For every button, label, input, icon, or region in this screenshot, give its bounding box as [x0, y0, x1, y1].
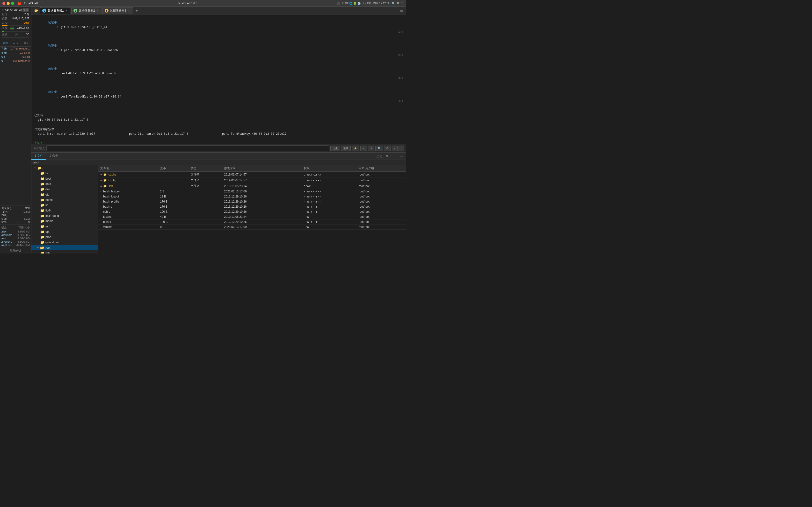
grid-view-button[interactable]: ⊞ — [399, 8, 404, 13]
table-row[interactable]: ■ 📁 .cache 文件夹 2019/03/07 14:57 drwxr-xr… — [98, 172, 406, 177]
menu-icon[interactable]: ☰ — [401, 2, 404, 5]
tree-item-data[interactable]: 📁 data — [32, 181, 98, 187]
col-owner[interactable]: 用户/用户组 — [356, 165, 406, 172]
tree-item-root[interactable]: ▼ 📂 root — [32, 245, 98, 250]
tree-item-dev[interactable]: 📁 dev — [32, 187, 98, 192]
options-button[interactable]: 选项 — [341, 146, 351, 151]
proc-mem-2: 5.7M — [1, 51, 7, 54]
command-input[interactable] — [46, 145, 329, 151]
tab-close-2[interactable]: × — [97, 9, 99, 12]
tab-close-3[interactable]: × — [128, 9, 130, 12]
table-row[interactable]: · .bashrc 176 B 2013/12/29 10:26 -rw-r--… — [98, 204, 406, 209]
minimize-button[interactable] — [7, 2, 10, 5]
tree-item-opt[interactable]: 📁 opt — [32, 229, 98, 234]
term-line: 已安装： — [34, 113, 403, 118]
tree-item-run[interactable]: 📁 run — [32, 250, 98, 253]
tree-item-bin[interactable]: 📁 bin — [32, 171, 98, 176]
file-col-empty — [289, 209, 301, 214]
tree-item-etc[interactable]: 📁 etc — [32, 192, 98, 197]
scroll-down-button[interactable]: ↓ — [392, 146, 398, 151]
tree-item-qcloud[interactable]: 📁 qcloud_init — [32, 240, 98, 245]
file-size — [158, 183, 188, 189]
tab-cpu[interactable]: CPU — [10, 40, 21, 46]
scroll-up-button[interactable]: ↑ — [399, 146, 404, 151]
tab-memory[interactable]: 内存 — [0, 40, 10, 46]
history-files-button[interactable]: 历史 — [375, 154, 384, 159]
folder-icon: 📁 — [40, 209, 44, 213]
tree-item-media[interactable]: 📁 media — [32, 219, 98, 224]
more-button[interactable]: ⋯ — [399, 154, 404, 158]
terminal[interactable]: 验证中 : git-1.8.3.1-23.el7_8.x86_64 1/4 验证… — [32, 14, 406, 144]
tree-label: dev — [45, 187, 50, 191]
return-button[interactable]: ↵ — [360, 146, 367, 151]
tab-server1[interactable]: 1 数据服务器1 × — [40, 7, 71, 14]
close-button[interactable] — [2, 2, 5, 5]
folder-icon: 📁 — [40, 214, 44, 218]
tree-item-lib[interactable]: 📁 lib — [32, 203, 98, 208]
cpu-progress-fill — [2, 24, 7, 26]
download-button[interactable]: ⬇ — [368, 146, 374, 151]
titlebar-time: 2月13日 周六 17:12:02 — [363, 1, 390, 5]
tree-item-home[interactable]: 📁 home — [32, 197, 98, 203]
settings-button[interactable]: ⚙ — [384, 146, 391, 151]
folder-icon: 📁 — [40, 171, 44, 175]
proc-mem-4: 0 — [1, 59, 3, 62]
history-button[interactable]: 历史 — [331, 146, 340, 151]
upload-button[interactable]: ↑ — [390, 154, 394, 158]
maximize-button[interactable] — [11, 2, 14, 5]
table-row[interactable]: · .bash_profile 176 B 2013/12/29 10:26 -… — [98, 199, 406, 204]
tab-commands[interactable]: 命令 — [21, 40, 31, 46]
tab-label-1: 数据服务器1 — [48, 9, 64, 13]
table-row[interactable]: · .viminfo 0 2021/02/13 17:09 -rw-------… — [98, 225, 406, 230]
control-icon[interactable]: ⚙ — [397, 2, 399, 5]
folder-icon: 📁 — [40, 251, 44, 253]
tab-server3[interactable]: 3 数据服务器3 × — [102, 7, 133, 14]
file-owner: root/root — [356, 194, 406, 199]
col-modified[interactable]: 修改时间 — [221, 165, 289, 172]
file-path-bar: /root — [32, 160, 406, 165]
tab-server2[interactable]: 2 数据服务器2 × — [71, 7, 102, 14]
system-icons: 🎥 🖥 ⌨ 🌐 🔋 📡 — [337, 2, 361, 5]
tree-item-boot[interactable]: 📁 boot — [32, 176, 98, 181]
file-owner: root/root — [356, 219, 406, 225]
process-tabs: 内存 CPU 命令 — [0, 40, 31, 47]
tree-item-mnt[interactable]: 📁 mnt — [32, 224, 98, 229]
col-filename[interactable]: 文件名 ↑ — [98, 165, 158, 172]
tree-item-proc[interactable]: 📁 proc — [32, 234, 98, 240]
add-tab-button[interactable]: + — [134, 8, 140, 13]
table-row[interactable]: · .cshrc 100 B 2013/12/29 10:26 -rw-r--r… — [98, 209, 406, 214]
search-icon[interactable]: 🔍 — [392, 2, 395, 5]
file-type: 文件夹 — [188, 172, 221, 177]
tab-files[interactable]: 1 文件 — [32, 152, 46, 160]
refresh-button[interactable]: ↻ — [385, 154, 389, 158]
col-type[interactable]: 类型 — [188, 165, 221, 172]
tree-item-root[interactable]: ▼ 📁 / — [32, 165, 98, 171]
term-line: 作为依赖被安装： — [34, 127, 403, 132]
file-manager: ▼ 📁 / 📁 bin 📁 boot — [32, 165, 406, 253]
download-files-button[interactable]: ↓ — [395, 154, 398, 158]
table-row[interactable]: · .lesshst 42 B 2019/11/05 23:24 -rw----… — [98, 214, 406, 219]
tree-item-lostfound[interactable]: 📁 lost+found — [32, 213, 98, 219]
cpu-percent: 20% — [24, 21, 29, 24]
tree-label: home — [45, 198, 53, 202]
file-tbody: ■ 📁 .cache 文件夹 2019/03/07 14:57 drwxr-xr… — [98, 172, 406, 230]
table-row[interactable]: · .tcshrc 129 B 2013/12/29 10:26 -rw-r--… — [98, 219, 406, 225]
file-open-button[interactable]: 📂 — [33, 8, 40, 13]
tree-item-lib64[interactable]: 📁 lib64 — [32, 208, 98, 213]
tab-close-1[interactable]: × — [66, 9, 68, 12]
table-row[interactable]: ■ 📁 .ssh 文件夹 2019/11/05 23:14 drwx------… — [98, 183, 406, 189]
search-button[interactable]: 🔍 — [375, 146, 383, 151]
folder-icon: 📁 — [40, 235, 44, 239]
tab-commands[interactable]: 2 命令 — [46, 152, 61, 160]
net-recv: 6.2M — [1, 217, 7, 220]
file-perms: -rw-r--r-- — [301, 209, 356, 214]
copy-ip-button[interactable]: 复制 — [22, 8, 29, 12]
col-perms[interactable]: 权限 — [301, 165, 356, 172]
table-row[interactable]: · .bash_logout 18 B 2013/12/29 10:26 -rw… — [98, 194, 406, 199]
table-row[interactable]: · .bash_history 2 B 2021/02/13 17:09 -rw… — [98, 189, 406, 194]
file-col-empty — [289, 177, 301, 183]
lightning-button[interactable]: ⚡ — [352, 146, 359, 151]
login-button[interactable]: 登录/升级 — [0, 248, 31, 253]
col-size[interactable]: 大小 — [158, 165, 188, 172]
table-row[interactable]: ■ 📁 .config 文件夹 2019/03/07 14:57 drwxr-x… — [98, 177, 406, 183]
